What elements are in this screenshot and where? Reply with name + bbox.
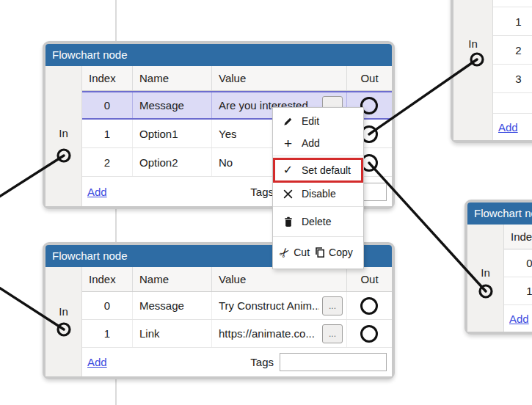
- menu-item-label: Copy: [329, 247, 353, 258]
- node-title: Flowchart node: [52, 48, 128, 61]
- table-row[interactable]: 2: [493, 36, 532, 65]
- table-row[interactable]: 1: [504, 277, 532, 305]
- add-row-link[interactable]: Add: [509, 313, 529, 325]
- column-header-value: Value: [211, 66, 346, 90]
- node-footer: Add: [493, 114, 532, 140]
- trash-icon: [281, 216, 295, 227]
- node-title: Flowchart node: [52, 249, 128, 262]
- node-in-area: In: [453, 0, 493, 140]
- table-row[interactable]: 0: [493, 0, 532, 7]
- in-port-label: In: [467, 266, 503, 279]
- menu-item-edit[interactable]: Edit: [273, 110, 363, 132]
- cell-index: 1: [504, 277, 532, 304]
- tags-input[interactable]: [280, 353, 387, 371]
- node-footer: Add: [504, 305, 532, 332]
- menu-item-cut[interactable]: ✂ Cut: [280, 247, 310, 259]
- node-in-area: In: [45, 267, 82, 376]
- cell-name: Link: [132, 320, 211, 347]
- menu-separator: [273, 206, 363, 207]
- in-port-label: In: [453, 37, 492, 50]
- cell-name: Message: [132, 92, 211, 118]
- cell-index: 0: [504, 249, 532, 277]
- menu-item-label: Cut: [294, 247, 310, 258]
- x-icon: [281, 189, 295, 199]
- table-row[interactable]: 3: [493, 65, 532, 93]
- cell-index: 0: [82, 292, 132, 319]
- check-icon: ✓: [281, 164, 295, 176]
- menu-separator: [273, 156, 363, 156]
- menu-separator: [273, 236, 363, 237]
- column-header-name: Name: [132, 66, 211, 90]
- table-row[interactable]: 1 Link https://animate.co... ...: [82, 320, 392, 348]
- menu-item-disable[interactable]: Disable: [273, 183, 363, 205]
- node-in-area: In: [467, 225, 504, 332]
- table-header: Index Name Value Out: [82, 66, 392, 91]
- cell-index: 0: [82, 92, 132, 118]
- column-header-value: Value: [211, 267, 346, 291]
- tags-label: Tags: [250, 356, 274, 368]
- cell-name: Option1: [132, 120, 211, 147]
- menu-item-label: Add: [302, 137, 320, 149]
- node-footer: Add Tags: [82, 348, 392, 376]
- cell-out: [346, 292, 392, 319]
- plus-icon: +: [281, 136, 295, 150]
- table-header: Index Name Value Out: [82, 267, 392, 292]
- menu-item-label: Edit: [302, 115, 319, 127]
- cell-value: Try Construct Anim... ...: [211, 292, 346, 319]
- table-row[interactable]: 0: [504, 249, 532, 277]
- column-header-name: Name: [132, 267, 211, 291]
- column-header-out: Out: [346, 267, 392, 291]
- cell-index: 3: [493, 65, 532, 92]
- cell-index: 1: [493, 7, 532, 35]
- edit-value-button[interactable]: ...: [322, 296, 343, 315]
- node-title-bar[interactable]: Flowchart node: [467, 202, 532, 225]
- table-header: Index Name Value Out: [504, 225, 532, 249]
- edit-value-button[interactable]: ...: [322, 324, 343, 343]
- cell-out: [346, 320, 392, 347]
- flowchart-canvas: Flowchart node In Index Name Value Out 0…: [0, 0, 532, 405]
- in-port-label: In: [45, 305, 81, 318]
- menu-item-label: Delete: [302, 216, 331, 227]
- menu-item-delete[interactable]: Delete: [273, 208, 363, 235]
- menu-item-label: Set default: [302, 164, 351, 176]
- in-port-label: In: [45, 127, 81, 139]
- node-title-bar[interactable]: Flowchart node: [45, 44, 392, 66]
- node-title: Flowchart node: [474, 207, 532, 219]
- column-header-index: Index: [82, 267, 132, 291]
- menu-item-label: Disable: [302, 188, 336, 200]
- scissors-icon: ✂: [277, 244, 293, 260]
- cell-index: 1: [82, 120, 132, 147]
- cell-name: Message: [132, 292, 211, 319]
- context-menu: Edit + Add ✓ Set default Disable Delete: [272, 107, 364, 269]
- copy-icon: [314, 247, 325, 258]
- cell-index: 0: [493, 0, 532, 7]
- table-row[interactable]: 0 Message Try Construct Anim... ...: [82, 292, 392, 320]
- menu-item-set-default[interactable]: ✓ Set default: [273, 158, 363, 183]
- menu-bottom-row: ✂ Cut Copy: [273, 238, 363, 266]
- add-row-link[interactable]: Add: [87, 186, 107, 198]
- table-row-empty: [493, 93, 532, 114]
- column-header-out: Out: [346, 66, 392, 90]
- menu-item-copy[interactable]: Copy: [314, 247, 353, 258]
- cell-index: 2: [82, 148, 132, 176]
- tags-label: Tags: [250, 186, 274, 198]
- flowchart-node-top-right: Flowchart node In Index Name Value Out 0…: [451, 0, 532, 143]
- column-header-index: Index: [504, 225, 532, 249]
- node-in-area: In: [45, 66, 82, 206]
- cell-index: 2: [493, 36, 532, 64]
- cell-name: Option2: [132, 148, 211, 176]
- menu-item-add[interactable]: + Add: [273, 132, 363, 154]
- pencil-icon: [281, 116, 295, 127]
- add-row-link[interactable]: Add: [87, 356, 107, 368]
- cell-value: https://animate.co... ...: [211, 320, 346, 347]
- table-row[interactable]: 1: [493, 7, 532, 36]
- add-row-link[interactable]: Add: [498, 121, 518, 134]
- column-header-index: Index: [82, 66, 132, 90]
- flowchart-node-right-middle: Flowchart node In Index Name Value Out 0…: [464, 200, 532, 335]
- cell-index: 1: [82, 320, 132, 347]
